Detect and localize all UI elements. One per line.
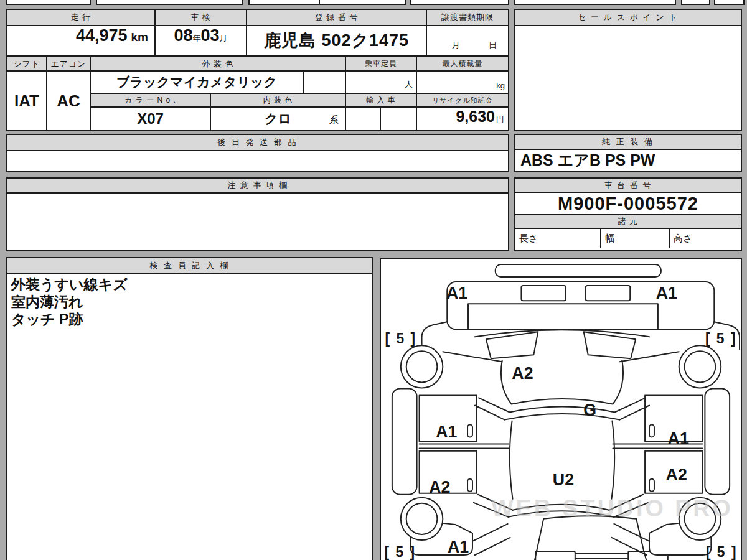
registration-value: 鹿児島 502ク1475 [247, 26, 427, 55]
rear-bumper-lines [534, 551, 647, 560]
headlight-right [584, 332, 636, 358]
interior-color-suffix: 系 [329, 114, 339, 126]
recycle-header: リサイクル預託金 [417, 94, 508, 108]
sill-left [392, 388, 417, 494]
rear-step-left [535, 551, 575, 560]
interior-color-text: クロ [265, 110, 291, 128]
car-diagram: WEB STUDIO PRO A1 A1 A2 G U2 A1 A2 A1 A2… [381, 259, 741, 560]
door-handle-rf [649, 425, 654, 437]
payload-column: 最大積載量 kg リサイクル預託金 9,630 円 [417, 57, 508, 130]
shaken-header: 車 検 [156, 10, 247, 25]
chassis-value: M900F-0005572 [515, 193, 741, 215]
registration-header: 登 録 番 号 [247, 10, 427, 25]
cutoff-cell [96, 0, 243, 5]
interior-color-value: クロ 系 [211, 108, 345, 130]
damage-diagram-box: WEB STUDIO PRO A1 A1 A2 G U2 A1 A2 A1 A2… [380, 258, 742, 560]
shift-column: シフト IAT [7, 57, 47, 130]
later-parts-header: 後 日 発 送 部 品 [7, 135, 508, 151]
height-label: 高さ [674, 233, 692, 245]
mileage-unit: km [131, 30, 148, 44]
front-panel-rect-left [521, 286, 566, 301]
import-value-left [346, 108, 381, 130]
recycle-value: 9,630 円 [417, 108, 508, 130]
aircon-header: エアコン [47, 57, 90, 72]
length-cell: 長さ [515, 229, 601, 248]
capacity-value: 人 [346, 72, 416, 94]
headlight-left [486, 332, 538, 358]
later-parts-box: 後 日 発 送 部 品 [6, 134, 509, 172]
chassis-box: 車 台 番 号 M900F-0005572 諸 元 長さ 幅 高さ [514, 177, 742, 251]
sales-point-box: セ ー ル ス ポ イ ン ト [514, 9, 742, 131]
shaken-year-unit: 年 [193, 33, 201, 44]
side-band-left [420, 444, 509, 449]
cutoff-cell [681, 0, 710, 5]
mark-windshield: G [583, 400, 596, 419]
sill-right [705, 388, 730, 494]
mark-roof: U2 [553, 470, 574, 489]
mileage-header: 走 行 [7, 10, 156, 25]
door-handle-lf [467, 425, 472, 437]
wheel-rear-left [401, 498, 443, 540]
mark-front-panel-left: A1 [446, 284, 467, 302]
a-pillar-left [475, 398, 510, 419]
capacity-header: 乗車定員 [346, 57, 416, 72]
inspector-note-line: 室内薄汚れ [11, 293, 369, 310]
dimensions-header: 諸 元 [515, 215, 741, 229]
shift-header: シフト [7, 57, 46, 72]
front-bumper-strip [496, 264, 661, 277]
front-panel-inner [468, 304, 658, 328]
windshield-band [505, 406, 620, 419]
front-edge-arc [475, 330, 649, 337]
cutoff-cell [6, 0, 91, 5]
equipment-header: 純 正 装 備 [515, 135, 741, 150]
caution-notes-header: 注 意 事 項 欄 [7, 179, 508, 194]
shaken-value: 08 年 03 月 [156, 26, 247, 55]
cutoff-cell [248, 0, 320, 5]
height-cell: 高さ [670, 229, 741, 248]
equipment-box: 純 正 装 備 ABS エアB PS PW [514, 134, 742, 172]
inspector-notes-box: 検 査 員 記 入 欄 外装うすい線キズ 室内薄汚れ タッチ P跡 [6, 257, 374, 560]
door-handle-rr [649, 479, 654, 492]
color-column: 外 装 色 ブラックマイカメタリック カ ラ ー N o . 内 装 色 X07… [91, 57, 346, 130]
shift-value: IAT [7, 72, 46, 130]
recycle-number: 9,630 [456, 108, 495, 126]
quarter-diag-left [472, 524, 510, 555]
tire-tread-front-left: [ 5 ] [385, 330, 417, 347]
cutoff-cell [514, 0, 676, 5]
mark-front-panel-right: A1 [656, 284, 677, 302]
tire-tread-rear-left: [ 5 ] [385, 544, 416, 560]
inspector-note-line: 外装うすい線キズ [11, 276, 369, 293]
mark-right-rear-door: A2 [666, 465, 687, 484]
mileage-number: 44,975 [76, 26, 128, 45]
aircon-column: エアコン AC [47, 57, 91, 130]
wheel-front-left [401, 345, 443, 388]
tire-tread-front-right: [ 5 ] [705, 330, 737, 347]
color-no-value: X07 [91, 108, 211, 130]
width-label: 幅 [605, 233, 614, 245]
door-handle-lr [467, 479, 472, 492]
transfer-month: 月 [452, 40, 460, 51]
shaken-month-unit: 月 [220, 33, 228, 44]
import-header: 輸 入 車 [346, 94, 416, 108]
caution-notes-box: 注 意 事 項 欄 [6, 177, 509, 251]
transfer-day: 日 [489, 40, 497, 51]
equipment-value: ABS エアB PS PW [515, 150, 741, 170]
shaken-year: 08 [174, 26, 192, 45]
tire-tread-rear-right: [ 5 ] [706, 544, 738, 560]
watermark: WEB STUDIO PRO [491, 495, 733, 521]
color-no-header: カ ラ ー N o . [91, 94, 211, 106]
caution-notes-value [7, 194, 508, 248]
mark-left-rear-door: A2 [429, 478, 450, 497]
inspector-notes-header: 検 査 員 記 入 欄 [7, 258, 372, 274]
payload-value: kg [417, 72, 508, 94]
cutoff-cell [410, 0, 509, 5]
spec-table: シフト IAT エアコン AC 外 装 色 ブラックマイカメタリック カ ラ ー… [6, 56, 509, 131]
wheel-front-right [679, 345, 721, 388]
capacity-column: 乗車定員 人 輸 入 車 [346, 57, 417, 130]
inspector-note-line: タッチ P跡 [11, 310, 369, 328]
interior-color-header: 内 装 色 [211, 94, 345, 106]
import-value-right [381, 108, 416, 130]
payload-header: 最大積載量 [417, 57, 508, 72]
inspector-notes-content: 外装うすい線キズ 室内薄汚れ タッチ P跡 [7, 274, 372, 330]
mark-left-front-door: A1 [436, 422, 457, 441]
